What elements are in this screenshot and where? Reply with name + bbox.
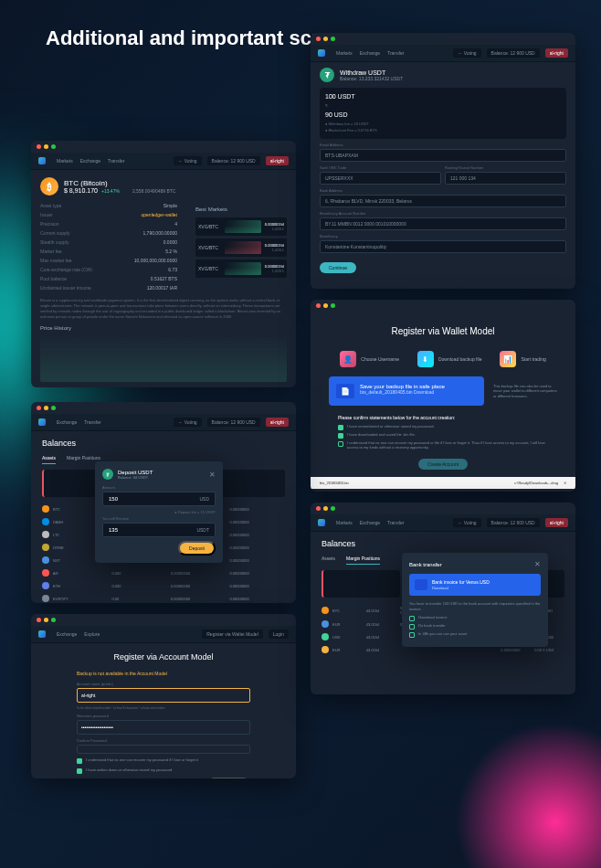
cb1-text: I understand that no one can recover my … — [86, 757, 198, 762]
receive-label: You will Receive — [102, 516, 216, 521]
withdraw-fee1: ● Withdraw fee = 10 USDT — [325, 121, 561, 127]
create-account-button[interactable]: Create Account — [418, 459, 468, 470]
balance-row[interactable]: EUROPY0.000.000000000.00000000 — [42, 592, 285, 603]
logo-icon — [38, 630, 46, 638]
nav-markets[interactable]: Markets — [57, 158, 73, 164]
amount-input[interactable]: 150USD — [102, 492, 216, 506]
routing-input[interactable]: 121 000 134 — [445, 172, 566, 185]
withdraw-card: Markets Exchange Transfer ← Voting Balan… — [311, 33, 575, 289]
nav-exchange[interactable]: Exchange — [80, 158, 100, 164]
balances-bank-card: Markets Exchange Transfer ← Voting Balan… — [311, 503, 575, 694]
download-link[interactable]: Download — [414, 389, 434, 395]
balance-row[interactable]: ETH0.0000.000000000.00000000 — [42, 579, 285, 592]
name-input[interactable]: al-right — [77, 688, 250, 703]
nav-transfer[interactable]: Transfer — [84, 419, 100, 425]
logo-icon — [38, 157, 46, 164]
nav-exchange[interactable]: Exchange — [360, 520, 380, 525]
step-2: ⬇ Download backup file — [417, 351, 482, 367]
deposit-button[interactable]: Deposit — [178, 541, 216, 556]
cb1[interactable] — [77, 758, 82, 764]
login-button[interactable]: Login — [269, 630, 289, 639]
pending-download[interactable]: c:\Ready\Downloads...dmg — [514, 481, 558, 485]
voting-link[interactable]: ← Voting — [453, 518, 480, 527]
account-chip[interactable]: al-right — [545, 48, 568, 58]
balance-row[interactable]: AD0.0000.000000000.00000000 — [42, 566, 285, 579]
tab-margin[interactable]: Margin Positions — [346, 556, 380, 565]
voting-link[interactable]: ← Voting — [174, 156, 201, 165]
account-chip[interactable]: al-right — [266, 418, 289, 427]
register-wallet-card: Register via Wallet Model 👤 Choose Usern… — [311, 300, 575, 492]
close-icon[interactable]: ✕ — [534, 560, 541, 568]
nav-exchange[interactable]: Exchange — [57, 419, 77, 425]
cb2[interactable] — [77, 768, 82, 774]
info-label: Issuer — [40, 212, 53, 217]
asset-price: $ 8,910.170 — [64, 187, 98, 194]
info-label: Core exchange rate (CW) — [40, 267, 92, 272]
pass-input[interactable]: •••••••••••••••••••• — [77, 720, 250, 735]
nav-markets[interactable]: Markets — [336, 50, 353, 56]
withdraw-amount: 100 USDT — [325, 93, 561, 100]
bank-transfer-title: Bank transfer — [409, 562, 442, 567]
tab-assets[interactable]: Assets — [322, 556, 335, 565]
info-label: Unclaimed issuer income — [40, 285, 91, 291]
name-label: Account name (public) — [77, 682, 250, 686]
info-label: Stealth supply — [40, 239, 69, 245]
addr-input[interactable]: 6, Rhabarov BLVD, Minsk 220033, Belarus — [320, 195, 566, 207]
topbar: Markets Exchange Transfer ← Voting Balan… — [31, 153, 296, 170]
market-item[interactable]: XVG/BTC0.000001941,428.1 — [195, 259, 287, 278]
best-markets-title: Best Markets — [195, 206, 287, 212]
checkbox-3[interactable] — [338, 441, 343, 447]
btc-card: Markets Exchange Transfer ← Voting Balan… — [31, 141, 296, 387]
balance-display: Balance: 12 900 USD — [207, 156, 260, 165]
bank-step2: Do bank transfer — [418, 623, 446, 628]
wallet-model-button[interactable]: Register via Wallet Model — [202, 630, 263, 639]
backup-note: This backup file can also be used to mov… — [493, 384, 557, 399]
file-download[interactable]: bts_20180403.bin — [320, 481, 349, 485]
asset-description: Bitcoin is a cryptocurrency and worldwid… — [40, 298, 287, 320]
market-item[interactable]: XVG/BTC0.000001941,428.1 — [195, 238, 287, 257]
info-label: Max market fee — [40, 258, 71, 263]
checkbox-1[interactable] — [338, 425, 343, 430]
nav-markets[interactable]: Markets — [336, 520, 353, 525]
account-chip[interactable]: al-right — [545, 518, 568, 527]
account-input[interactable]: BY11 MMBN 0012 0000 001010000000 — [320, 217, 566, 230]
voting-link[interactable]: ← Voting — [174, 418, 201, 427]
routing-label: Routing/Transit Number — [445, 165, 566, 170]
asset-change: +13.47% — [101, 188, 120, 194]
swift-label: Swift / BIC Code — [320, 165, 441, 170]
continue-button[interactable]: Continue — [320, 262, 356, 273]
nav-exchange[interactable]: Exchange — [57, 631, 77, 637]
info-value: 6.73 — [168, 267, 177, 272]
amount-label: Amount — [102, 485, 216, 490]
balance-display: Balance: 12 900 USD — [487, 518, 540, 527]
nav-transfer[interactable]: Transfer — [387, 50, 404, 56]
btc-icon: ₿ — [40, 177, 58, 196]
info-value: Simple — [163, 203, 177, 208]
market-item[interactable]: XVG/BTC0.000001941,428.1 — [195, 217, 287, 236]
nav-exchange[interactable]: Exchange — [360, 50, 380, 56]
close-icon[interactable]: ✕ — [564, 481, 566, 485]
checkbox-2[interactable] — [338, 433, 343, 439]
nav-explore[interactable]: Explore — [84, 631, 100, 637]
bank-step2-icon — [409, 624, 415, 630]
tab-assets[interactable]: Assets — [42, 455, 56, 464]
price-chart — [40, 336, 287, 382]
register-button[interactable]: Register — [207, 778, 250, 778]
email-input[interactable]: BTS-UBAPXAM — [320, 149, 566, 162]
swift-input[interactable]: UPSSERXXX — [320, 172, 441, 185]
account-chip[interactable]: al-right — [266, 156, 289, 165]
confirm-input[interactable] — [77, 745, 250, 754]
fee-label: ● Deposit fee = 15 USDT — [102, 510, 216, 514]
receive-display: 135USDT — [102, 523, 216, 537]
benef-input[interactable]: Konstantine Konstantinopolitty — [320, 240, 566, 253]
nav-transfer[interactable]: Transfer — [108, 158, 124, 164]
balances-title: Balances — [31, 431, 296, 455]
benef-label: Beneficiary — [320, 234, 566, 238]
download-link[interactable]: Download — [432, 586, 490, 590]
voting-link[interactable]: ← Voting — [453, 48, 480, 58]
bank-transfer-modal: Bank transfer ✕ Bank invoice for Venus.U… — [402, 553, 548, 647]
info-label: Pool balance — [40, 276, 67, 281]
margin-card-1[interactable] — [322, 570, 400, 598]
nav-transfer[interactable]: Transfer — [387, 520, 404, 525]
close-icon[interactable]: ✕ — [209, 471, 216, 479]
